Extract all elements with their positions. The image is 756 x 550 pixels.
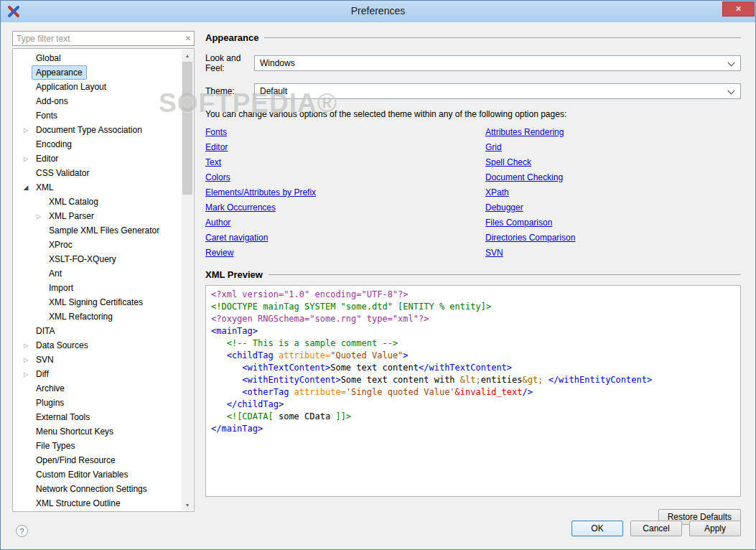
titlebar[interactable]: Preferences ✕ — [1, 1, 755, 22]
tree-item-xml-structure-outline[interactable]: XML Structure Outline — [13, 496, 181, 510]
link-elements-attributes-by-prefix[interactable]: Elements/Attributes by Prefix — [205, 188, 316, 197]
tree-item-xml-parser[interactable]: ▷XML Parser — [13, 209, 181, 223]
link-debugger[interactable]: Debugger — [485, 203, 523, 213]
tree-item-label[interactable]: Open/Find Resource — [32, 453, 120, 467]
link-spell-check[interactable]: Spell Check — [485, 158, 531, 167]
tree-item-ant[interactable]: Ant — [13, 266, 181, 281]
tree-item-xproc[interactable]: XProc — [13, 238, 181, 252]
tree-item-label[interactable]: DITA — [32, 324, 59, 338]
cancel-button[interactable]: Cancel — [630, 521, 682, 536]
expanded-arrow-icon[interactable]: ◢ — [20, 184, 32, 191]
tree-item-label[interactable]: Add-ons — [32, 94, 73, 108]
tree-item-dita[interactable]: DITA — [13, 324, 181, 338]
tree-item-label[interactable]: Application Layout — [32, 80, 111, 94]
tree-item-label[interactable]: Archive — [32, 381, 69, 396]
tree-scrollbar[interactable]: ▲ ▼ — [182, 50, 193, 511]
tree-item-archive[interactable]: Archive — [13, 381, 181, 396]
tree-item-label[interactable]: Menu Shortcut Keys — [32, 424, 118, 439]
tree-item-label[interactable]: Ant — [45, 266, 66, 281]
link-review[interactable]: Review — [205, 248, 233, 258]
collapsed-arrow-icon[interactable]: ▷ — [20, 357, 32, 363]
scroll-down-icon[interactable]: ▼ — [182, 499, 193, 511]
link-author[interactable]: Author — [205, 218, 230, 228]
tree-item-encoding[interactable]: Encoding — [13, 137, 181, 152]
tree-item-xml-catalog[interactable]: XML Catalog — [13, 195, 181, 209]
tree-item-label[interactable]: XSLT-FO-XQuery — [45, 252, 121, 266]
tree-item-add-ons[interactable]: Add-ons — [13, 94, 181, 108]
tree-item-label[interactable]: XML Parser — [45, 209, 98, 223]
tree-item-open-find-resource[interactable]: Open/Find Resource — [13, 453, 181, 467]
tree-item-svn[interactable]: ▷SVN — [13, 353, 181, 367]
collapsed-arrow-icon[interactable]: ▷ — [20, 156, 32, 162]
help-icon[interactable]: ? — [16, 525, 28, 537]
link-directories-comparison[interactable]: Directories Comparison — [485, 233, 575, 243]
ok-button[interactable]: OK — [571, 521, 623, 536]
link-files-comparison[interactable]: Files Comparison — [485, 218, 552, 228]
tree-item-application-layout[interactable]: Application Layout — [13, 80, 181, 94]
tree-item-label[interactable]: Custom Editor Variables — [32, 467, 133, 482]
link-editor[interactable]: Editor — [205, 143, 228, 152]
tree-item-label[interactable]: XML Refactoring — [45, 309, 117, 324]
tree-item-label[interactable]: XML Catalog — [45, 195, 103, 209]
scroll-up-icon[interactable]: ▲ — [182, 50, 193, 61]
filter-input[interactable] — [13, 34, 182, 44]
tree-item-network-connection-settings[interactable]: Network Connection Settings — [13, 482, 181, 496]
tree-item-label[interactable]: File Types — [32, 439, 79, 453]
tree-item-label[interactable]: Diff — [32, 367, 53, 381]
tree-item-label[interactable]: CSS Validator — [32, 166, 93, 180]
link-attributes-rendering[interactable]: Attributes Rendering — [485, 128, 564, 137]
collapsed-arrow-icon[interactable]: ▷ — [20, 127, 32, 134]
tree-item-label[interactable]: XML — [32, 180, 58, 195]
clear-filter-icon[interactable]: ✕ — [182, 34, 194, 42]
tree-item-xml[interactable]: ◢XML — [13, 180, 181, 195]
tree-item-label[interactable]: Import — [45, 281, 78, 295]
link-mark-occurrences[interactable]: Mark Occurrences — [205, 203, 276, 213]
link-xpath[interactable]: XPath — [485, 188, 509, 197]
tree-item-label[interactable]: Editor — [32, 152, 62, 166]
link-svn[interactable]: SVN — [485, 248, 503, 258]
tree-item-xml-refactoring[interactable]: XML Refactoring — [13, 309, 181, 324]
tree-item-label[interactable]: Document Type Association — [32, 123, 146, 137]
tree-item-css-validator[interactable]: CSS Validator — [13, 166, 181, 180]
tree-item-label[interactable]: Plugins — [32, 396, 68, 410]
tree-item-label[interactable]: Sample XML Files Generator — [45, 223, 164, 238]
tree-item-fonts[interactable]: Fonts — [13, 108, 181, 123]
tree-item-label[interactable]: Network Connection Settings — [32, 482, 151, 496]
close-button[interactable]: ✕ — [722, 1, 755, 17]
tree-item-global[interactable]: Global — [13, 51, 181, 65]
collapsed-arrow-icon[interactable]: ▷ — [20, 342, 32, 349]
tree-item-import[interactable]: Import — [13, 281, 181, 295]
tree-item-label[interactable]: Data Sources — [32, 338, 93, 353]
apply-button[interactable]: Apply — [689, 521, 741, 536]
tree-item-label[interactable]: External Tools — [32, 410, 94, 424]
tree-item-sample-xml-files-generator[interactable]: Sample XML Files Generator — [13, 223, 181, 238]
tree-item-label[interactable]: Global — [32, 51, 65, 65]
tree-item-xslt-fo-xquery[interactable]: XSLT-FO-XQuery — [13, 252, 181, 266]
scrollbar-thumb[interactable] — [182, 62, 192, 195]
theme-select[interactable]: Default — [254, 83, 741, 99]
tree-item-document-type-association[interactable]: ▷Document Type Association — [13, 123, 181, 137]
tree-item-label[interactable]: XML Structure Outline — [32, 496, 125, 510]
tree-item-label[interactable]: XProc — [45, 238, 77, 252]
tree-item-menu-shortcut-keys[interactable]: Menu Shortcut Keys — [13, 424, 181, 439]
tree-item-file-types[interactable]: File Types — [13, 439, 181, 453]
tree-item-editor[interactable]: ▷Editor — [13, 152, 181, 166]
link-caret-navigation[interactable]: Caret navigation — [205, 233, 268, 243]
link-grid[interactable]: Grid — [485, 143, 502, 152]
tree-item-plugins[interactable]: Plugins — [13, 396, 181, 410]
tree-item-label[interactable]: Encoding — [32, 137, 76, 152]
tree-item-appearance[interactable]: Appearance — [13, 65, 181, 80]
collapsed-arrow-icon[interactable]: ▷ — [20, 371, 32, 378]
tree-item-label[interactable]: XML Signing Certificates — [45, 295, 147, 309]
tree-item-xml-signing-certificates[interactable]: XML Signing Certificates — [13, 295, 181, 309]
link-text[interactable]: Text — [205, 158, 221, 167]
look-and-feel-select[interactable]: Windows — [254, 55, 741, 71]
link-fonts[interactable]: Fonts — [205, 128, 227, 137]
tree-item-label[interactable]: Fonts — [32, 108, 62, 123]
link-document-checking[interactable]: Document Checking — [485, 173, 563, 182]
tree-item-data-sources[interactable]: ▷Data Sources — [13, 338, 181, 353]
tree-item-external-tools[interactable]: External Tools — [13, 410, 181, 424]
tree-item-label[interactable]: SVN — [32, 353, 58, 367]
tree-item-custom-editor-variables[interactable]: Custom Editor Variables — [13, 467, 181, 482]
tree-item-label[interactable]: Appearance — [32, 65, 87, 80]
